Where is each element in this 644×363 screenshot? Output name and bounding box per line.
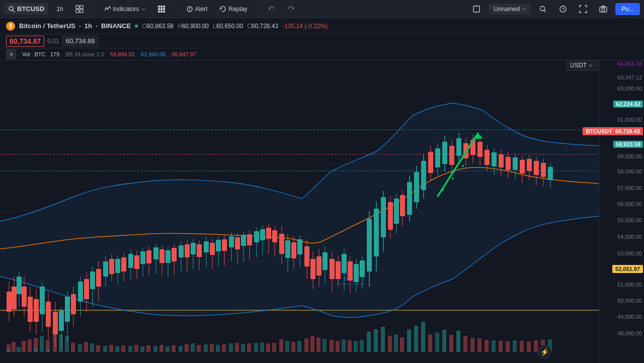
low-value: L60,650.00 (213, 23, 243, 30)
bb-val1: 59,894.01 (110, 51, 135, 57)
svg-rect-267 (297, 341, 301, 352)
svg-rect-56 (40, 287, 45, 314)
price-level-50000: 50,000.00 (617, 298, 642, 304)
indicators-button[interactable]: Indicators (100, 4, 149, 15)
svg-rect-90 (146, 250, 151, 263)
svg-rect-274 (342, 339, 346, 352)
open-value: O60,863.58 (142, 23, 174, 30)
svg-rect-228 (53, 332, 57, 352)
svg-rect-156 (348, 261, 353, 281)
symbol-badge[interactable]: BTCUSD (4, 3, 48, 15)
svg-rect-235 (96, 345, 100, 352)
price-level-59000: 59,000.00 (617, 153, 642, 159)
undo-icon (268, 6, 275, 13)
svg-rect-279 (374, 329, 378, 352)
currency-label[interactable]: USDT (566, 60, 599, 71)
workspace-selector[interactable]: Unnamed (489, 4, 531, 15)
screenshot-button[interactable] (595, 3, 611, 15)
svg-rect-294 (477, 338, 481, 352)
svg-rect-160 (360, 260, 365, 277)
apps-button[interactable] (153, 3, 170, 15)
camera-icon (599, 5, 607, 13)
svg-rect-223 (22, 341, 26, 352)
svg-rect-158 (354, 264, 359, 282)
alert-button[interactable]: Alert (182, 4, 212, 15)
svg-rect-292 (463, 336, 467, 352)
svg-rect-240 (128, 346, 132, 352)
svg-line-23 (563, 9, 565, 10)
svg-rect-164 (374, 209, 379, 256)
timeframe-button[interactable]: 1h (52, 4, 67, 15)
svg-rect-280 (381, 327, 385, 352)
price-level-55000: 55,000.00 (617, 217, 642, 223)
svg-rect-3 (80, 6, 83, 9)
svg-point-19 (540, 6, 545, 11)
svg-rect-176 (414, 172, 419, 202)
chart-main[interactable]: USDT (0, 60, 599, 363)
workspace-icon-button[interactable] (468, 3, 485, 15)
fullscreen-button[interactable] (575, 3, 591, 15)
price-level-61000: 61,000.00 (617, 117, 642, 123)
svg-rect-221 (12, 342, 16, 352)
collapse-button[interactable]: ∧ (6, 49, 16, 59)
svg-line-20 (544, 10, 546, 12)
svg-rect-98 (172, 248, 177, 261)
btc-icon: ₿ (6, 22, 15, 31)
price-level-58000: 58,000.00 (617, 168, 642, 174)
svg-rect-118 (235, 237, 240, 249)
price-axis: 64,063.38 63,347.12 63,000.00 62,224.62 … (599, 60, 644, 363)
svg-rect-272 (330, 340, 334, 352)
svg-rect-251 (197, 345, 201, 352)
svg-rect-273 (336, 341, 340, 352)
svg-rect-256 (229, 343, 233, 352)
svg-rect-202 (506, 157, 511, 170)
sep2 (176, 4, 176, 14)
svg-rect-80 (115, 259, 120, 273)
svg-rect-277 (360, 340, 364, 352)
lightning-button[interactable]: ⚡ (537, 345, 551, 359)
svg-rect-12 (158, 11, 160, 13)
replay-icon (219, 6, 226, 13)
price-level-52051: 52,051.97 (612, 265, 643, 273)
svg-rect-194 (477, 142, 482, 157)
symbol-full-name: Bitcoin / TetherUS · 1h · BINANCE (19, 22, 131, 30)
redo-button[interactable] (283, 4, 298, 15)
svg-rect-162 (367, 219, 372, 271)
workspace-square-icon (472, 5, 480, 13)
svg-point-0 (9, 7, 13, 11)
svg-rect-226 (40, 336, 44, 352)
vol-indicator: Vol · BTC 179 (22, 51, 59, 57)
svg-rect-152 (336, 261, 341, 279)
close-value: C60,728.43 (247, 23, 278, 30)
svg-rect-288 (435, 333, 439, 352)
svg-rect-108 (204, 241, 209, 252)
publish-button[interactable]: Pu... (615, 3, 640, 15)
undo-button[interactable] (264, 4, 279, 15)
svg-rect-243 (146, 345, 150, 352)
svg-rect-198 (492, 152, 497, 166)
price-level-59923: 59,923.59 (613, 141, 643, 148)
svg-point-218 (452, 177, 454, 179)
svg-rect-282 (394, 334, 398, 352)
svg-rect-234 (90, 343, 94, 352)
clock-button[interactable] (555, 3, 571, 15)
replay-button[interactable]: Replay (215, 4, 251, 15)
workspace-label: Unnamed (494, 6, 520, 13)
workspace-chevron-icon (522, 7, 526, 11)
svg-rect-18 (473, 6, 479, 12)
svg-rect-102 (185, 244, 190, 257)
indicators-label: Indicators (113, 6, 139, 13)
svg-rect-296 (492, 340, 496, 352)
layout-button[interactable] (71, 3, 88, 15)
toolbar-right: Unnamed (468, 3, 640, 15)
svg-rect-14 (163, 11, 165, 13)
svg-rect-222 (17, 347, 21, 352)
svg-rect-178 (421, 161, 426, 190)
svg-rect-144 (316, 256, 321, 276)
svg-rect-130 (272, 230, 277, 242)
svg-rect-239 (121, 345, 125, 352)
search-button[interactable] (535, 3, 551, 15)
price-level-64063: 64,063.38 (617, 61, 642, 67)
svg-rect-132 (279, 234, 284, 254)
clock-icon (559, 5, 567, 13)
